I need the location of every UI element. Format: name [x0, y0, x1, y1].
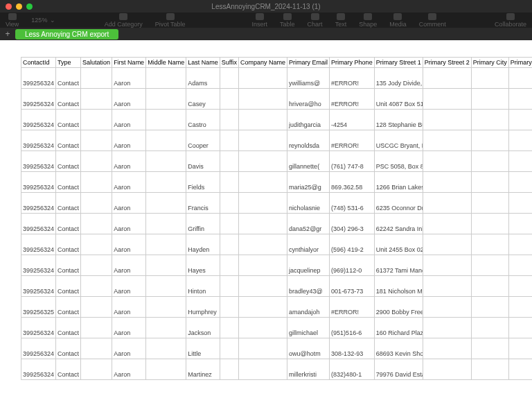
cell[interactable] [423, 151, 471, 172]
col-salutation[interactable]: Salutation [81, 58, 112, 68]
cell[interactable]: #ERROR! [330, 68, 375, 89]
shape-button[interactable]: Shape [359, 13, 377, 28]
cell[interactable] [81, 110, 112, 130]
cell[interactable]: Contact [56, 172, 81, 193]
cell[interactable]: judithgarcia [287, 110, 330, 130]
cell[interactable] [220, 276, 238, 297]
cell[interactable] [81, 214, 112, 234]
cell[interactable] [471, 234, 508, 255]
cell[interactable] [423, 234, 471, 255]
table-button[interactable]: Table [280, 13, 295, 28]
cell[interactable]: Contact [56, 110, 81, 130]
cell[interactable] [220, 318, 238, 338]
sheet-tab[interactable]: Less Annoying CRM export [15, 29, 118, 40]
cell[interactable]: (761) 747-8 [330, 151, 375, 172]
cell[interactable] [146, 338, 186, 359]
cell[interactable]: Contact [56, 276, 81, 297]
cell[interactable]: Aaron [112, 110, 146, 130]
cell[interactable] [239, 255, 287, 276]
cell[interactable] [239, 214, 287, 234]
cell[interactable]: #ERROR! [330, 297, 375, 318]
col-state[interactable]: Primary State [508, 58, 532, 68]
cell[interactable]: (596) 419-2 [330, 234, 375, 255]
minimize-icon[interactable] [16, 3, 22, 10]
cell[interactable]: (304) 296-3 [330, 214, 375, 234]
cell[interactable] [423, 338, 471, 359]
cell[interactable]: Aaron [112, 214, 146, 234]
cell[interactable] [220, 68, 238, 89]
cell[interactable]: Castro [186, 110, 220, 130]
maximize-icon[interactable] [26, 3, 33, 10]
comment-button[interactable]: Comment [419, 13, 446, 28]
cell[interactable]: Aaron [112, 172, 146, 193]
col-phone[interactable]: Primary Phone [330, 58, 375, 68]
cell[interactable] [239, 359, 287, 380]
col-lastname[interactable]: Last Name [186, 58, 220, 68]
cell[interactable]: Hinton [186, 276, 220, 297]
cell[interactable] [239, 276, 287, 297]
cell[interactable]: Aaron [112, 297, 146, 318]
cell[interactable] [508, 338, 532, 359]
cell[interactable] [508, 359, 532, 380]
cell[interactable] [220, 359, 238, 380]
cell[interactable]: 399256324 [21, 234, 56, 255]
cell[interactable] [146, 68, 186, 89]
cell[interactable]: 399256324 [21, 89, 56, 110]
cell[interactable] [423, 172, 471, 193]
cell[interactable]: Aaron [112, 276, 146, 297]
cell[interactable] [81, 338, 112, 359]
cell[interactable]: reynoldsda [287, 130, 330, 151]
cell[interactable]: ywilliams@ [287, 68, 330, 89]
add-sheet-button[interactable]: + [3, 29, 12, 39]
table-row[interactable]: 399256324ContactAaronGriffindana52@gr(30… [21, 214, 533, 234]
cell[interactable]: 399256324 [21, 255, 56, 276]
cell[interactable]: 181 Nicholson Mews Apt. 069, Lake Daniel… [374, 276, 423, 297]
cell[interactable] [239, 89, 287, 110]
cell[interactable]: jacquelinep [287, 255, 330, 276]
cell[interactable]: 62242 Sandra Inlet Suite 752, North Eric… [374, 214, 423, 234]
cell[interactable]: Casey [186, 89, 220, 110]
chart-button[interactable]: Chart [308, 13, 323, 28]
col-suffix[interactable]: Suffix [220, 58, 238, 68]
cell[interactable]: Aaron [112, 68, 146, 89]
cell[interactable]: 79976 David Estates, West Nicholasfort, … [374, 359, 423, 380]
cell[interactable] [239, 297, 287, 318]
cell[interactable]: Griffin [186, 214, 220, 234]
table-row[interactable]: 399256324ContactAaronMartinezmillerkrist… [21, 359, 533, 380]
cell[interactable]: Hayes [186, 255, 220, 276]
cell[interactable] [423, 89, 471, 110]
cell[interactable]: 399256324 [21, 68, 56, 89]
cell[interactable] [423, 318, 471, 338]
cell[interactable] [146, 214, 186, 234]
cell[interactable]: hrivera@ho [287, 89, 330, 110]
cell[interactable] [508, 68, 532, 89]
cell[interactable]: Aaron [112, 234, 146, 255]
cell[interactable]: maria25@g [287, 172, 330, 193]
cell[interactable]: Contact [56, 214, 81, 234]
table-row[interactable]: 399256324ContactAaronAdamsywilliams@#ERR… [21, 68, 533, 89]
cell[interactable]: USCGC Bryant, FPO AA 81665 [374, 130, 423, 151]
cell[interactable]: 399256324 [21, 172, 56, 193]
cell[interactable]: cynthialyor [287, 234, 330, 255]
cell[interactable] [508, 276, 532, 297]
cell[interactable]: Contact [56, 130, 81, 151]
cell[interactable] [146, 359, 186, 380]
cell[interactable]: Humphrey [186, 297, 220, 318]
cell[interactable] [220, 151, 238, 172]
cell[interactable] [508, 193, 532, 214]
cell[interactable]: 1266 Brian Lakes, Molinaland, MD 55950 [374, 172, 423, 193]
cell[interactable] [508, 214, 532, 234]
cell[interactable] [471, 68, 508, 89]
cell[interactable]: -4254 [330, 110, 375, 130]
cell[interactable] [423, 255, 471, 276]
cell[interactable]: Aaron [112, 130, 146, 151]
insert-button[interactable]: Insert [252, 13, 268, 28]
cell[interactable]: Contact [56, 318, 81, 338]
cell[interactable] [146, 276, 186, 297]
cell[interactable]: 001-673-73 [330, 276, 375, 297]
cell[interactable]: Adams [186, 68, 220, 89]
cell[interactable] [508, 297, 532, 318]
cell[interactable] [239, 318, 287, 338]
cell[interactable]: Aaron [112, 151, 146, 172]
cell[interactable]: Aaron [112, 338, 146, 359]
